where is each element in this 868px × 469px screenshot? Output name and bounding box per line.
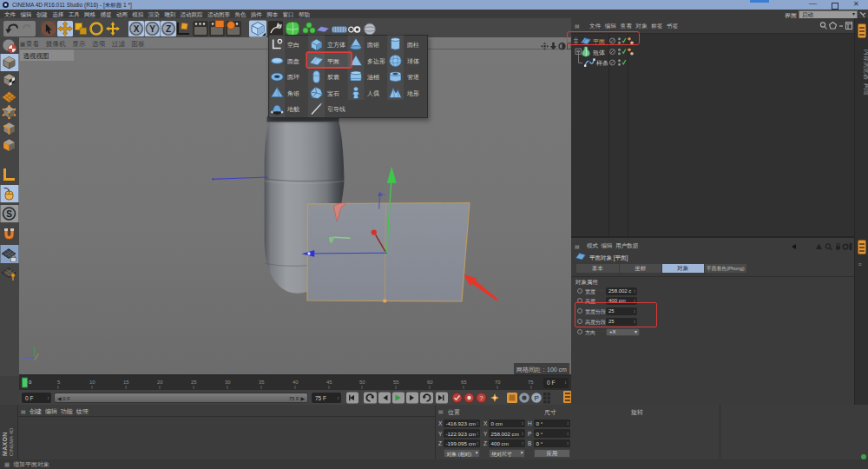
svg-text:管道: 管道 xyxy=(407,74,419,81)
svg-text:多边形: 多边形 xyxy=(367,58,385,65)
svg-text:5: 5 xyxy=(57,380,61,385)
svg-text:地形: 地形 xyxy=(406,90,419,97)
svg-text:P: P xyxy=(535,393,539,401)
svg-text:宝石: 宝石 xyxy=(327,90,339,97)
svg-text:10: 10 xyxy=(89,380,95,385)
svg-text:引导线: 引导线 xyxy=(327,106,345,113)
svg-text:圆盘: 圆盘 xyxy=(287,58,299,65)
svg-text:65: 65 xyxy=(461,380,467,385)
svg-text:圆锥: 圆锥 xyxy=(367,42,379,49)
svg-text:Z: Z xyxy=(166,24,171,34)
svg-text:?: ? xyxy=(479,393,483,401)
svg-text:样条: 样条 xyxy=(596,60,608,66)
svg-text:圆环: 圆环 xyxy=(287,74,299,81)
svg-text:50: 50 xyxy=(359,380,365,385)
svg-text:75: 75 xyxy=(528,380,534,385)
svg-text:X: X xyxy=(134,24,140,34)
svg-text:人偶: 人偶 xyxy=(367,90,379,97)
svg-text:球体: 球体 xyxy=(407,58,419,65)
svg-text:35: 35 xyxy=(259,380,265,385)
svg-text:55: 55 xyxy=(393,380,399,385)
svg-text:空白: 空白 xyxy=(287,42,299,49)
svg-text:0: 0 xyxy=(29,380,32,385)
svg-text:地貌: 地貌 xyxy=(286,106,299,113)
svg-text:圆柱: 圆柱 xyxy=(407,42,419,49)
svg-text:内容浏览器 构造: 内容浏览器 构造 xyxy=(863,50,868,96)
svg-text:45: 45 xyxy=(326,380,332,385)
svg-text:Y: Y xyxy=(149,24,155,34)
svg-text:20: 20 xyxy=(157,380,163,385)
svg-text:60: 60 xyxy=(427,380,433,385)
svg-text:角锥: 角锥 xyxy=(287,90,299,97)
svg-text:瓶体: 瓶体 xyxy=(593,50,605,56)
svg-text:立方体: 立方体 xyxy=(327,41,345,49)
svg-text:15: 15 xyxy=(123,380,129,385)
svg-text:S: S xyxy=(6,209,12,219)
svg-text:胶囊: 胶囊 xyxy=(327,74,339,81)
svg-text:油桶: 油桶 xyxy=(367,74,379,81)
svg-text:40: 40 xyxy=(293,380,299,385)
svg-text:30: 30 xyxy=(225,380,231,385)
svg-text:25: 25 xyxy=(191,380,197,385)
svg-text:70: 70 xyxy=(495,380,501,385)
